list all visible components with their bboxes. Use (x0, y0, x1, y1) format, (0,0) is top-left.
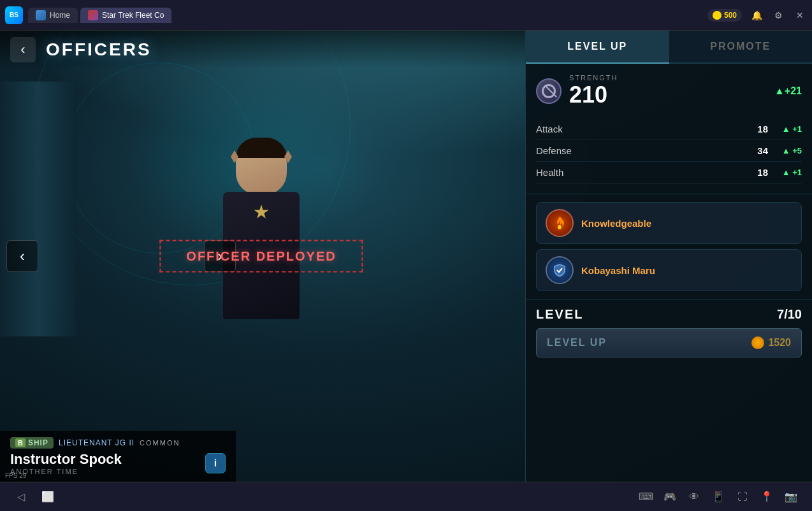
officer-head (236, 138, 287, 195)
officer-area: ‹ › OFFICER DEPLOYED B SHIP LIEUTENANT J… (0, 31, 523, 482)
strength-icon (536, 78, 562, 104)
health-label: Health (536, 167, 757, 178)
left-arrow-icon: ‹ (20, 247, 25, 265)
officer-name-row: Instructor Spock ANOTHER TIME i (10, 451, 226, 475)
tab-promote[interactable]: PROMOTE (669, 31, 813, 64)
back-system-icon[interactable]: ◁ (13, 489, 29, 505)
abilities-section: Knowledgeable Kobayashi Maru (526, 194, 812, 299)
notification-icon[interactable]: 🔔 (750, 8, 764, 22)
ability-icon-shield (546, 256, 574, 284)
stat-row-defense: Defense 34 ▲ +5 (536, 140, 802, 162)
game-area: ‹ OFFICERS 8230 153 + (0, 31, 812, 482)
bluestacks-logo: BS (5, 6, 23, 24)
coin-currency: 500 (707, 9, 742, 22)
info-button[interactable]: i (205, 453, 226, 473)
ship-label: SHIP (28, 438, 48, 447)
level-row: LEVEL 7/10 (536, 307, 802, 322)
officer-tags: B SHIP LIEUTENANT JG II COMMON (10, 437, 226, 449)
tab-bar: Home Star Trek Fleet Co (28, 8, 702, 23)
cost-icon (751, 336, 764, 349)
game-tab-icon (88, 10, 98, 20)
level-value: 7/10 (777, 307, 802, 322)
strength-delta: ▲+21 (774, 85, 802, 97)
eye-icon[interactable]: 👁 (686, 489, 702, 505)
expand-icon[interactable]: ⛶ (734, 489, 751, 505)
officer-subtitle: ANOTHER TIME (10, 468, 122, 475)
officer-name-group: Instructor Spock ANOTHER TIME (10, 451, 122, 475)
officer-info-bar: B SHIP LIEUTENANT JG II COMMON Instructo… (0, 431, 236, 482)
screen-icon[interactable]: 📱 (710, 489, 727, 505)
tab-game-label: Star Trek Fleet Co (102, 11, 164, 20)
close-icon[interactable]: ✕ (793, 8, 807, 22)
officer-sprite (204, 138, 319, 431)
location-icon[interactable]: 📍 (758, 489, 775, 505)
ability-icon-fire (546, 209, 574, 237)
settings-icon[interactable]: ⚙ (771, 8, 785, 22)
level-label: LEVEL (536, 307, 583, 322)
level-up-button[interactable]: LEVEL UP 1520 (536, 328, 802, 357)
tab-level-up[interactable]: LEVEL UP (526, 31, 669, 64)
officer-emblem (254, 205, 269, 220)
ability-name-kobayashi: Kobayashi Maru (581, 265, 655, 276)
coin-value: 500 (724, 11, 737, 20)
level-section: LEVEL 7/10 LEVEL UP 1520 (526, 299, 812, 365)
officer-figure (166, 125, 357, 431)
ability-card-knowledgeable[interactable]: Knowledgeable (536, 202, 802, 244)
home-system-icon[interactable]: ⬜ (40, 489, 56, 505)
strength-label: STRENGTH (569, 74, 618, 82)
fps-counter: FPS 29 (5, 472, 26, 479)
bottom-left-icons: ◁ ⬜ (13, 489, 56, 505)
ability-card-kobayashi[interactable]: Kobayashi Maru (536, 249, 802, 291)
keyboard-icon[interactable]: ⌨ (637, 489, 654, 505)
defense-label: Defense (536, 145, 757, 156)
home-tab-icon (36, 10, 46, 20)
right-panel: LEVEL UP PROMOTE STRENGTH 210 ▲+21 Attac… (525, 31, 812, 482)
attack-value: 18 (757, 124, 768, 134)
defense-delta: ▲ +5 (773, 146, 802, 155)
level-up-button-text: LEVEL UP (547, 337, 607, 349)
stat-row-health: Health 18 ▲ +1 (536, 162, 802, 184)
tab-home-label: Home (50, 11, 70, 20)
bluestacks-topbar: BS Home Star Trek Fleet Co 500 🔔 ⚙ ✕ (0, 0, 812, 31)
bottom-right-icons: ⌨ 🎮 👁 📱 ⛶ 📍 📷 (637, 489, 799, 505)
health-value: 18 (757, 167, 768, 178)
panel-tabs: LEVEL UP PROMOTE (526, 31, 812, 64)
bluestacks-bottombar: ◁ ⬜ ⌨ 🎮 👁 📱 ⛶ 📍 📷 (0, 482, 812, 511)
health-delta: ▲ +1 (773, 168, 802, 177)
officer-rarity: COMMON (140, 439, 180, 447)
strength-icon-inner (542, 84, 556, 98)
attack-delta: ▲ +1 (773, 124, 802, 134)
officer-deployed-banner: OFFICER DEPLOYED (159, 240, 363, 273)
attack-label: Attack (536, 124, 757, 134)
camera-icon[interactable]: 📷 (783, 489, 799, 505)
gamepad-icon[interactable]: 🎮 (662, 489, 678, 505)
strength-value: 210 (569, 82, 618, 108)
ability-name-knowledgeable: Knowledgeable (581, 218, 651, 229)
officer-name: Instructor Spock (10, 451, 122, 468)
cost-value: 1520 (768, 337, 791, 349)
level-up-cost: 1520 (751, 336, 791, 349)
ship-tier-badge: B (15, 438, 25, 447)
tab-home[interactable]: Home (28, 8, 78, 23)
officer-rank: LIEUTENANT JG II (59, 438, 134, 447)
defense-value: 34 (757, 145, 768, 156)
topbar-right-icons: 500 🔔 ⚙ ✕ (707, 8, 807, 22)
officer-hair (236, 138, 287, 158)
strength-row: STRENGTH 210 ▲+21 (536, 74, 802, 108)
stat-row-attack: Attack 18 ▲ +1 (536, 119, 802, 140)
coin-icon (713, 11, 721, 20)
tab-game[interactable]: Star Trek Fleet Co (80, 8, 171, 23)
strength-info: STRENGTH 210 (569, 74, 618, 108)
nav-arrow-left[interactable]: ‹ (6, 240, 38, 272)
stats-section: STRENGTH 210 ▲+21 Attack 18 ▲ +1 Defense… (526, 64, 812, 194)
ship-badge: B SHIP (10, 437, 54, 449)
